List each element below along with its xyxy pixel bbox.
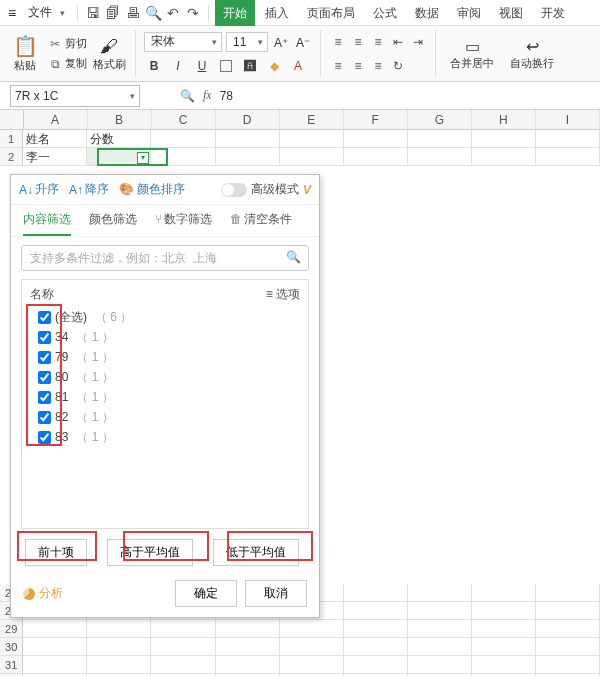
filter-item[interactable]: 34（ 1 ） xyxy=(28,327,302,347)
colhead-g[interactable]: G xyxy=(408,110,472,129)
cell[interactable] xyxy=(216,620,280,638)
tab-formula[interactable]: 公式 xyxy=(365,0,405,26)
tab-clear-conditions[interactable]: 🗑清空条件 xyxy=(230,211,292,236)
align-top-button[interactable]: ≡ xyxy=(329,32,347,52)
align-middle-button[interactable]: ≡ xyxy=(349,32,367,52)
colhead-d[interactable]: D xyxy=(216,110,280,129)
cell[interactable] xyxy=(216,130,280,148)
search-icon[interactable]: 🔍 xyxy=(286,250,301,264)
formula-value[interactable]: 78 xyxy=(220,89,233,103)
cell-a1[interactable]: 姓名 xyxy=(23,130,87,148)
orientation-button[interactable]: ↻ xyxy=(389,56,407,76)
cell[interactable] xyxy=(536,620,600,638)
copy-button[interactable]: ⧉复制 xyxy=(48,55,87,73)
cell[interactable] xyxy=(344,584,408,602)
align-bottom-button[interactable]: ≡ xyxy=(369,32,387,52)
cell[interactable] xyxy=(23,656,87,674)
cell-b1[interactable]: 分数 xyxy=(87,130,151,148)
below-avg-button[interactable]: 低于平均值 xyxy=(213,539,299,566)
tab-content-filter[interactable]: 内容筛选 xyxy=(23,211,71,236)
filter-item[interactable]: (全选)（ 6 ） xyxy=(28,307,302,327)
cell[interactable] xyxy=(216,656,280,674)
cell-b2[interactable]: ▾ xyxy=(87,148,151,166)
rowhead-1[interactable]: 1 xyxy=(0,130,23,148)
colhead-i[interactable]: I xyxy=(536,110,600,129)
cell[interactable] xyxy=(280,656,344,674)
merge-center-button[interactable]: ▭ 合并居中 xyxy=(444,37,500,71)
filter-item[interactable]: 81（ 1 ） xyxy=(28,387,302,407)
cell[interactable] xyxy=(408,148,472,166)
cell[interactable] xyxy=(216,638,280,656)
underline-button[interactable]: U xyxy=(192,56,212,76)
cell[interactable] xyxy=(536,584,600,602)
cell[interactable] xyxy=(23,620,87,638)
cell[interactable] xyxy=(344,620,408,638)
cell[interactable] xyxy=(151,638,215,656)
cell[interactable] xyxy=(408,656,472,674)
cell[interactable] xyxy=(280,148,344,166)
cancel-button[interactable]: 取消 xyxy=(245,580,307,607)
sort-asc-button[interactable]: A↓升序 xyxy=(19,181,59,198)
fill-color-button[interactable]: ◆ xyxy=(264,56,284,76)
cell[interactable] xyxy=(472,656,536,674)
paste-button[interactable]: 📋 粘贴 xyxy=(6,34,44,73)
hamburger-icon[interactable]: ≡ xyxy=(4,5,20,21)
filter-checkbox[interactable] xyxy=(38,371,51,384)
cell[interactable] xyxy=(536,656,600,674)
cell[interactable] xyxy=(344,638,408,656)
magnifier-icon[interactable]: 🔍 xyxy=(180,89,195,103)
indent-increase-button[interactable]: ⇥ xyxy=(409,32,427,52)
tab-number-filter[interactable]: ⑂数字筛选 xyxy=(155,211,212,236)
save-icon[interactable]: 🖫 xyxy=(84,5,102,21)
cell[interactable] xyxy=(472,638,536,656)
advanced-toggle[interactable] xyxy=(221,183,247,197)
cell[interactable] xyxy=(408,638,472,656)
cell[interactable] xyxy=(280,638,344,656)
cell[interactable] xyxy=(472,148,536,166)
align-center-button[interactable]: ≡ xyxy=(349,56,367,76)
filter-item[interactable]: 82（ 1 ） xyxy=(28,407,302,427)
list-head-options[interactable]: ≡ 选项 xyxy=(266,286,300,303)
align-right-button[interactable]: ≡ xyxy=(369,56,387,76)
cell[interactable] xyxy=(344,656,408,674)
filter-item[interactable]: 79（ 1 ） xyxy=(28,347,302,367)
cell[interactable] xyxy=(23,638,87,656)
cut-button[interactable]: ✂剪切 xyxy=(48,35,87,53)
above-avg-button[interactable]: 高于平均值 xyxy=(107,539,193,566)
bold-button[interactable]: B xyxy=(144,56,164,76)
cell[interactable] xyxy=(472,584,536,602)
rowhead-2[interactable]: 2 xyxy=(0,148,23,166)
cell-style-button[interactable]: 🅰 xyxy=(240,56,260,76)
cell[interactable] xyxy=(408,584,472,602)
filter-checkbox[interactable] xyxy=(38,431,51,444)
grow-font-button[interactable]: A⁺ xyxy=(272,32,290,52)
filter-item[interactable]: 80（ 1 ） xyxy=(28,367,302,387)
undo-icon[interactable]: ↶ xyxy=(164,5,182,21)
tab-page-layout[interactable]: 页面布局 xyxy=(299,0,363,26)
cell[interactable] xyxy=(216,148,280,166)
cell[interactable] xyxy=(87,656,151,674)
indent-decrease-button[interactable]: ⇤ xyxy=(389,32,407,52)
cell[interactable] xyxy=(536,602,600,620)
tab-dev[interactable]: 开发 xyxy=(533,0,573,26)
cell[interactable] xyxy=(408,620,472,638)
analyze-button[interactable]: 分析 xyxy=(23,585,63,602)
chevron-down-icon[interactable]: ▾ xyxy=(60,8,65,18)
shrink-font-button[interactable]: A⁻ xyxy=(294,32,312,52)
colhead-h[interactable]: H xyxy=(472,110,536,129)
top10-button[interactable]: 前十项 xyxy=(25,539,87,566)
cell[interactable] xyxy=(151,130,215,148)
cell[interactable] xyxy=(280,130,344,148)
cell[interactable] xyxy=(87,638,151,656)
colhead-b[interactable]: B xyxy=(88,110,152,129)
font-name-select[interactable]: 宋体 xyxy=(144,32,222,52)
italic-button[interactable]: I xyxy=(168,56,188,76)
cell[interactable] xyxy=(536,638,600,656)
cell[interactable] xyxy=(344,130,408,148)
cell[interactable] xyxy=(344,602,408,620)
redo-icon[interactable]: ↷ xyxy=(184,5,202,21)
tab-insert[interactable]: 插入 xyxy=(257,0,297,26)
spreadsheet-grid[interactable]: A B C D E F G H I 1 姓名 分数 2 李一 ▾ xyxy=(0,110,600,166)
cell[interactable] xyxy=(151,148,215,166)
colhead-f[interactable]: F xyxy=(344,110,408,129)
